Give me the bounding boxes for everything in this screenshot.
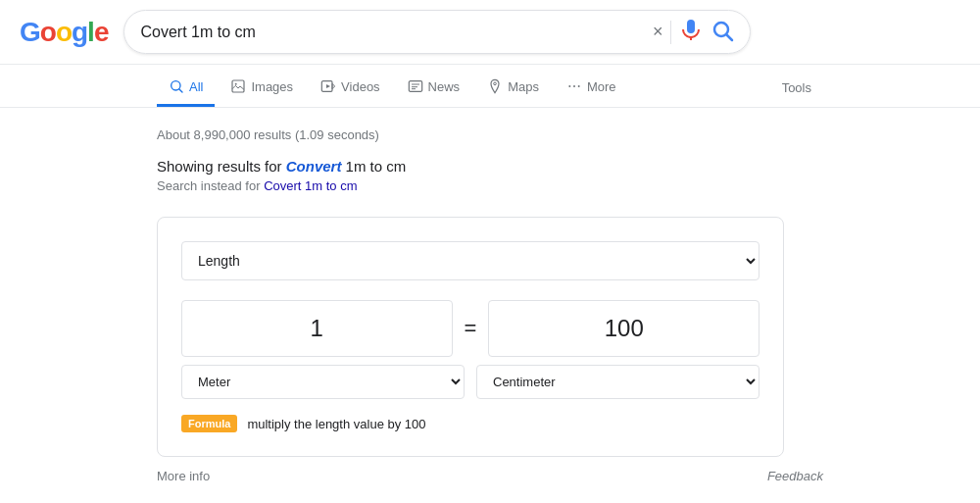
nav-label-more: More [587, 79, 616, 94]
unit-from-select[interactable]: Meter Kilometer Centimeter Millimeter Mi… [181, 365, 465, 399]
formula-badge: Formula [181, 415, 237, 432]
nav-label-news: News [428, 79, 461, 94]
logo-letter-e: e [94, 17, 109, 48]
value-to[interactable]: 100 [488, 300, 760, 357]
videos-nav-icon [320, 78, 336, 94]
search-icon[interactable] [710, 19, 734, 45]
equals-sign: = [465, 316, 477, 341]
svg-marker-8 [326, 84, 330, 88]
svg-rect-9 [409, 81, 421, 92]
news-nav-icon [408, 78, 423, 94]
svg-point-13 [494, 82, 497, 85]
nav-item-maps[interactable]: Maps [475, 69, 551, 107]
logo-letter-o2: o [56, 17, 72, 48]
nav-item-images[interactable]: Images [219, 69, 305, 107]
header: Google Covert 1m to cm × [0, 0, 980, 65]
search-input[interactable]: Covert 1m to cm [140, 24, 644, 41]
nav-label-videos: Videos [341, 79, 380, 94]
instead-prefix: Search instead for [157, 178, 264, 193]
svg-point-15 [573, 85, 575, 87]
more-nav-icon [566, 78, 582, 94]
svg-line-3 [179, 89, 182, 92]
logo-letter-g2: g [72, 17, 87, 48]
result-count: About 8,990,000 results (1.09 seconds) [157, 127, 823, 142]
svg-marker-7 [332, 83, 335, 88]
feedback-link[interactable]: Feedback [767, 469, 823, 483]
showing-prefix: Showing results for [157, 158, 286, 175]
svg-line-1 [727, 35, 733, 41]
card-footer: More info Feedback [157, 457, 823, 483]
navigation: All Images Videos News M [0, 65, 980, 108]
more-info-link[interactable]: More info [157, 469, 210, 483]
divider [670, 21, 671, 44]
nav-label-all: All [189, 79, 203, 94]
unit-to-select[interactable]: Centimeter Meter Kilometer Millimeter Mi… [476, 365, 760, 399]
logo-letter-o1: o [40, 17, 56, 48]
google-logo[interactable]: Google [20, 17, 108, 48]
nav-label-images: Images [251, 79, 293, 94]
converter-inputs: 1 = 100 [181, 300, 760, 357]
showing-rest: 1m to cm [341, 158, 406, 175]
images-nav-icon [230, 78, 246, 94]
main-content: About 8,990,000 results (1.09 seconds) S… [0, 108, 980, 503]
value-from[interactable]: 1 [181, 300, 453, 357]
svg-point-14 [568, 85, 570, 87]
svg-point-5 [235, 83, 237, 85]
search-instead: Search instead for Covert 1m to cm [157, 178, 823, 193]
instead-link[interactable]: Covert 1m to cm [264, 178, 357, 193]
clear-icon[interactable]: × [653, 22, 663, 42]
search-box[interactable]: Covert 1m to cm × [123, 10, 751, 54]
logo-letter-l: l [87, 17, 94, 48]
formula-text: multiply the length value by 100 [247, 417, 425, 431]
nav-item-videos[interactable]: Videos [309, 69, 392, 107]
svg-point-16 [578, 85, 580, 87]
nav-item-news[interactable]: News [396, 69, 472, 107]
formula-row: Formula multiply the length value by 100 [181, 415, 760, 432]
search-nav-icon [169, 78, 184, 94]
showing-bold: Convert [286, 158, 342, 175]
converter-card: Length Weight Temperature Area Volume Sp… [157, 217, 784, 457]
logo-letter-g: G [20, 17, 40, 48]
maps-nav-icon [487, 78, 503, 94]
svg-rect-4 [232, 80, 244, 92]
nav-item-more[interactable]: More [555, 69, 628, 107]
microphone-icon[interactable] [679, 19, 703, 45]
nav-label-maps: Maps [508, 79, 539, 94]
category-select[interactable]: Length Weight Temperature Area Volume Sp… [181, 241, 760, 280]
nav-item-all[interactable]: All [157, 69, 215, 107]
tools-button[interactable]: Tools [770, 71, 823, 105]
showing-results: Showing results for Convert 1m to cm [157, 158, 823, 175]
unit-selects: Meter Kilometer Centimeter Millimeter Mi… [181, 365, 760, 399]
